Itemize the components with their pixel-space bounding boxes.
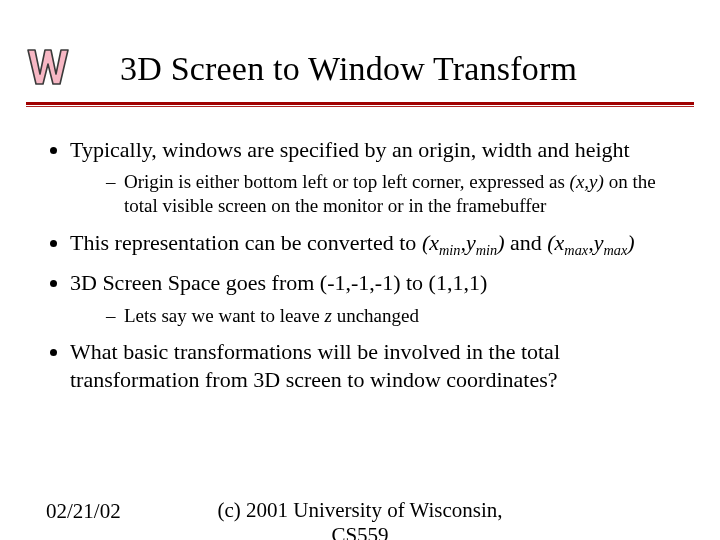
text: Origin is either bottom left or top left… <box>124 171 570 192</box>
bullet-1-sub-1: Origin is either bottom left or top left… <box>106 170 680 219</box>
bullet-4: What basic transformations will be invol… <box>70 338 680 394</box>
sub-min: min <box>439 242 460 258</box>
paren: (x <box>547 230 564 255</box>
text: Lets say we want to leave <box>124 305 324 326</box>
bullet-1-sublist: Origin is either bottom left or top left… <box>70 170 680 219</box>
slide: 3D Screen to Window Transform Typically,… <box>0 0 720 540</box>
wisconsin-logo <box>26 44 78 90</box>
sub-min: min <box>476 242 497 258</box>
sub-max: max <box>603 242 627 258</box>
bullet-2: This representation can be converted to … <box>70 229 680 260</box>
text: This representation can be converted to <box>70 230 422 255</box>
sub-max: max <box>564 242 588 258</box>
xy-term: (x,y) <box>570 171 604 192</box>
z-term: z <box>324 305 331 326</box>
text: and <box>504 230 547 255</box>
bullet-3: 3D Screen Space goes from (-1,-1,-1) to … <box>70 269 680 327</box>
bullet-3-sub-1: Lets say we want to leave z unchanged <box>106 304 680 328</box>
comma: ,y <box>588 230 603 255</box>
bullet-1-text: Typically, windows are specified by an o… <box>70 137 630 162</box>
paren: ) <box>627 230 634 255</box>
slide-title: 3D Screen to Window Transform <box>120 50 577 88</box>
bullet-3-text: 3D Screen Space goes from (-1,-1,-1) to … <box>70 270 487 295</box>
text: unchanged <box>332 305 419 326</box>
bullet-3-sublist: Lets say we want to leave z unchanged <box>70 304 680 328</box>
footer-date: 02/21/02 <box>46 499 121 524</box>
bullet-1: Typically, windows are specified by an o… <box>70 136 680 219</box>
bullet-4-text: What basic transformations will be invol… <box>70 339 560 392</box>
comma: ,y <box>460 230 475 255</box>
content-region: Typically, windows are specified by an o… <box>44 136 680 404</box>
title-rule <box>26 102 694 105</box>
paren: (x <box>422 230 439 255</box>
bullet-list: Typically, windows are specified by an o… <box>44 136 680 394</box>
footer-copyright: (c) 2001 University of Wisconsin, CS559 <box>200 498 520 540</box>
